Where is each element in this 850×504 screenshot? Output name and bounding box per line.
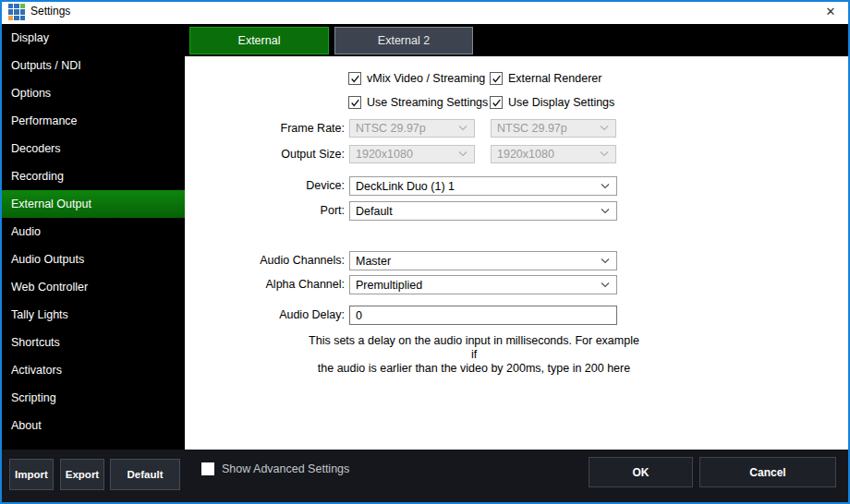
selected-value: NTSC 29.97p [497, 122, 567, 135]
selected-value: NTSC 29.97p [356, 122, 426, 135]
selected-value: Premultiplied [356, 279, 422, 292]
checkbox-checked-icon [490, 96, 503, 109]
device-label: Device: [185, 176, 345, 196]
sidebar-item-options[interactable]: Options [0, 79, 185, 107]
checkbox-label: External Renderer [508, 72, 601, 85]
audio-delay-input[interactable] [349, 306, 617, 325]
selected-value: 1920x1080 [497, 148, 554, 161]
sidebar-item-recording[interactable]: Recording [0, 162, 185, 190]
sidebar-item-scripting[interactable]: Scripting [0, 384, 185, 412]
sidebar-item-outputs-ndi[interactable]: Outputs / NDI [0, 52, 185, 79]
external-output-panel: vMix Video / Streaming External Renderer… [185, 56, 848, 450]
output-size-label: Output Size: [185, 145, 345, 163]
vmix-logo-icon [8, 4, 25, 20]
selected-value: 1920x1080 [356, 148, 413, 161]
checkbox-checked-icon [490, 72, 503, 85]
selected-value: Default [356, 205, 393, 218]
sidebar-item-decoders[interactable]: Decoders [0, 135, 185, 162]
sidebar-item-external-output[interactable]: External Output [0, 190, 185, 218]
frame-rate-select-1[interactable]: NTSC 29.97p [349, 119, 475, 138]
checkbox-label: vMix Video / Streaming [367, 72, 485, 85]
sidebar-item-performance[interactable]: Performance [0, 107, 185, 135]
use-display-settings-checkbox[interactable]: Use Display Settings [490, 95, 614, 110]
vmix-video-streaming-checkbox[interactable]: vMix Video / Streaming [348, 71, 485, 86]
alpha-channel-select[interactable]: Premultiplied [349, 275, 617, 294]
selected-value: DeckLink Duo (1) 1 [356, 180, 455, 193]
sidebar-item-shortcuts[interactable]: Shortcuts [0, 329, 185, 356]
show-advanced-settings-checkbox[interactable]: Show Advanced Settings [201, 462, 349, 476]
audio-delay-help-text: This sets a delay on the audio input in … [308, 334, 640, 376]
sidebar-item-audio-outputs[interactable]: Audio Outputs [0, 246, 185, 273]
audio-channels-select[interactable]: Master [349, 251, 617, 270]
use-streaming-settings-checkbox[interactable]: Use Streaming Settings [348, 95, 488, 110]
selected-value: Master [356, 255, 391, 268]
chevron-down-icon [601, 184, 610, 189]
frame-rate-select-2[interactable]: NTSC 29.97p [491, 119, 616, 138]
close-button[interactable]: ✕ [816, 1, 845, 23]
chevron-down-icon [458, 151, 468, 157]
audio-delay-label: Audio Delay: [185, 306, 345, 325]
default-button[interactable]: Default [110, 459, 180, 490]
checkbox-checked-icon [348, 72, 361, 85]
checkbox-label: Use Display Settings [508, 96, 614, 109]
output-size-select-2[interactable]: 1920x1080 [491, 145, 616, 163]
alpha-channel-label: Alpha Channel: [185, 275, 345, 294]
device-select[interactable]: DeckLink Duo (1) 1 [349, 176, 617, 196]
external-renderer-checkbox[interactable]: External Renderer [490, 71, 601, 86]
checkbox-checked-icon [348, 96, 361, 109]
output-size-select-1[interactable]: 1920x1080 [349, 145, 475, 163]
footer-bar: Import Export Default Show Advanced Sett… [0, 450, 850, 504]
chevron-down-icon [600, 151, 609, 157]
chevron-down-icon [601, 282, 610, 288]
chevron-down-icon [601, 209, 610, 214]
port-label: Port: [185, 201, 345, 221]
export-button[interactable]: Export [60, 459, 104, 490]
tab-external[interactable]: External [189, 27, 329, 54]
import-button[interactable]: Import [9, 459, 54, 490]
frame-rate-label: Frame Rate: [185, 119, 345, 138]
audio-channels-label: Audio Channels: [185, 251, 345, 270]
sidebar-item-tally-lights[interactable]: Tally Lights [0, 301, 185, 329]
port-select[interactable]: Default [349, 201, 617, 221]
checkbox-label: Use Streaming Settings [367, 96, 488, 109]
chevron-down-icon [601, 258, 610, 264]
chevron-down-icon [600, 126, 609, 131]
close-icon: ✕ [826, 5, 836, 18]
checkbox-unchecked-icon [201, 462, 214, 475]
help-line-2: the audio is earlier than the video by 2… [308, 362, 640, 376]
settings-sidebar: Display Outputs / NDI Options Performanc… [0, 24, 185, 450]
sidebar-item-web-controller[interactable]: Web Controller [0, 273, 185, 301]
chevron-down-icon [458, 126, 468, 131]
sidebar-item-activators[interactable]: Activators [0, 356, 185, 384]
checkbox-label: Show Advanced Settings [222, 462, 349, 475]
sidebar-item-about[interactable]: About [0, 412, 185, 439]
external-output-tabstrip: External External 2 [185, 24, 848, 56]
title-bar: Settings ✕ [0, 0, 850, 24]
cancel-button[interactable]: Cancel [699, 457, 836, 487]
ok-button[interactable]: OK [589, 457, 693, 487]
tab-external-2[interactable]: External 2 [334, 27, 473, 54]
sidebar-item-audio[interactable]: Audio [0, 218, 185, 246]
window-title: Settings [30, 0, 70, 23]
help-line-1: This sets a delay on the audio input in … [308, 334, 640, 362]
sidebar-item-display[interactable]: Display [0, 24, 185, 52]
